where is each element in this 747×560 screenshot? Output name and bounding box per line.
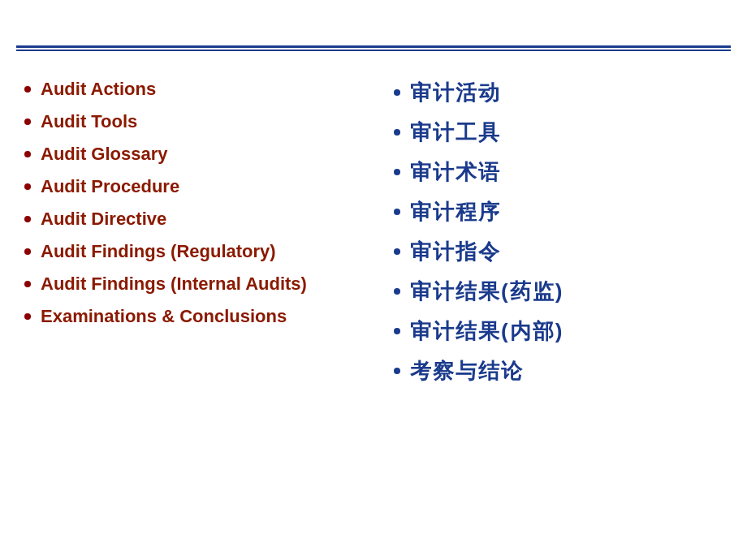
right-item-text-2: 审计术语 <box>410 158 501 187</box>
right-item-text-4: 审计指令 <box>410 238 501 266</box>
left-item-text-5: Audit Findings (Regulatory) <box>41 241 276 262</box>
bullet-icon <box>24 248 31 255</box>
list-item: 审计活动 <box>394 75 723 110</box>
list-item: Audit Findings (Internal Audits) <box>24 270 353 298</box>
bullet-icon <box>394 368 400 374</box>
left-item-text-3: Audit Procedure <box>41 176 179 197</box>
right-item-text-0: 审计活动 <box>410 79 501 107</box>
left-item-text-6: Audit Findings (Internal Audits) <box>41 274 307 295</box>
header <box>0 0 747 45</box>
right-item-text-6: 审计结果(内部) <box>410 317 563 346</box>
right-item-text-3: 审计程序 <box>410 198 501 226</box>
list-item: 审计程序 <box>394 195 723 230</box>
bullet-icon <box>394 288 400 295</box>
bullet-icon <box>394 89 400 96</box>
list-item: 审计工具 <box>394 115 723 150</box>
left-item-text-0: Audit Actions <box>41 79 156 100</box>
list-item: Audit Procedure <box>24 173 353 200</box>
left-column: Audit ActionsAudit ToolsAudit GlossaryAu… <box>24 75 369 545</box>
divider-bottom-line <box>16 50 731 51</box>
list-item: 考察与结论 <box>394 354 723 389</box>
slide: Audit ActionsAudit ToolsAudit GlossaryAu… <box>0 0 747 560</box>
right-item-text-5: 审计结果(药监) <box>410 278 563 306</box>
right-item-text-7: 考察与结论 <box>410 357 524 386</box>
list-item: Audit Actions <box>24 75 353 103</box>
divider-top-line <box>16 45 731 48</box>
bullet-icon <box>24 118 31 125</box>
bullet-icon <box>24 281 31 287</box>
bullet-icon <box>394 209 400 215</box>
bullet-icon <box>394 169 400 175</box>
bullet-icon <box>394 129 400 136</box>
bullet-icon <box>24 151 31 157</box>
list-item: Audit Findings (Regulatory) <box>24 238 353 265</box>
bullet-icon <box>24 216 31 222</box>
bullet-icon <box>394 328 400 334</box>
list-item: 审计结果(药监) <box>394 274 723 309</box>
list-item: Audit Glossary <box>24 140 353 168</box>
left-item-text-4: Audit Directive <box>41 209 166 230</box>
left-item-text-2: Audit Glossary <box>41 144 167 165</box>
left-item-text-7: Examinations & Conclusions <box>41 306 287 327</box>
list-item: 审计术语 <box>394 155 723 190</box>
list-item: 审计结果(内部) <box>394 314 723 349</box>
left-item-text-1: Audit Tools <box>41 111 137 132</box>
divider <box>0 45 747 51</box>
list-item: Audit Directive <box>24 205 353 233</box>
list-item: Examinations & Conclusions <box>24 303 353 330</box>
right-item-text-1: 审计工具 <box>410 118 501 147</box>
content-area: Audit ActionsAudit ToolsAudit GlossaryAu… <box>0 59 747 561</box>
bullet-icon <box>24 313 31 320</box>
bullet-icon <box>24 86 31 93</box>
list-item: Audit Tools <box>24 108 353 136</box>
bullet-icon <box>394 248 400 255</box>
list-item: 审计指令 <box>394 235 723 269</box>
bullet-icon <box>24 183 31 190</box>
right-column: 审计活动审计工具审计术语审计程序审计指令审计结果(药监)审计结果(内部)考察与结… <box>369 75 723 545</box>
